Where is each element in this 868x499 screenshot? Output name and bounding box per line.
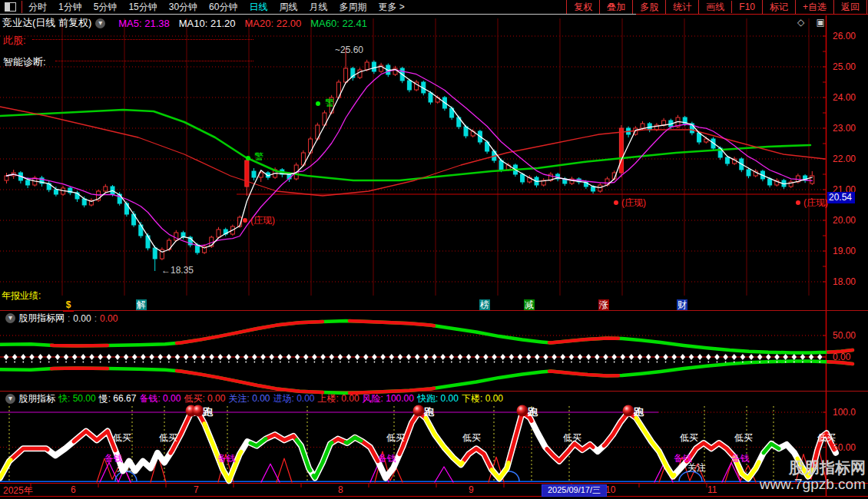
- period-item-15分钟[interactable]: 15分钟: [128, 1, 157, 14]
- action-item-复权[interactable]: 复权: [566, 0, 599, 15]
- panel3-tick-label: 50.00: [833, 442, 856, 453]
- action-item-返回[interactable]: 返回: [833, 0, 867, 15]
- low-buy-label: 低买: [159, 431, 177, 444]
- event-tag-榜[interactable]: 榜: [479, 299, 490, 310]
- indicator-value: 慢: 66.67: [99, 392, 137, 405]
- low-buy-label: 低买: [817, 431, 836, 444]
- indicator-value: 风险: 100.00: [363, 392, 414, 405]
- annotation: ←18.35: [161, 265, 194, 276]
- indicator-value: 关注: 0.00: [228, 392, 270, 405]
- annotation: (庄现): [250, 214, 275, 227]
- price-tick-label: 19.00: [833, 246, 856, 256]
- event-tag-解[interactable]: 解: [136, 299, 147, 310]
- action-item-+自选[interactable]: +自选: [795, 0, 833, 15]
- indicator-value: 快: 50.00: [58, 392, 96, 405]
- annual-report-label: 年报业绩:: [2, 289, 41, 302]
- ma-labels: MA5: 21.38MA10: 21.20MA20: 22.00MA60: 22…: [109, 18, 367, 29]
- panel3-title: 股朋指标: [18, 392, 55, 405]
- window-icon[interactable]: [5, 2, 16, 12]
- chart-corner-icons[interactable]: ◇ ▣: [797, 17, 830, 28]
- price-tick-label: 23.00: [833, 123, 856, 134]
- price-tick-label: 20.00: [833, 215, 856, 226]
- action-item-标记[interactable]: 标记: [762, 0, 795, 15]
- indicator-value: 上楼: 0.00: [318, 392, 359, 405]
- low-buy-label: 低买: [680, 431, 698, 444]
- guan-zhu-label: 关注: [687, 461, 706, 474]
- event-tag-$[interactable]: $: [63, 299, 74, 312]
- price-tick-label: 24.00: [833, 92, 856, 103]
- price-tick-label: 26.00: [833, 31, 856, 41]
- dotted-leader: [32, 39, 253, 40]
- month-label: 11: [707, 484, 717, 495]
- period-item-60分钟[interactable]: 60分钟: [209, 1, 237, 14]
- period-item-分时[interactable]: 分时: [28, 1, 47, 14]
- month-label: 9: [469, 484, 474, 495]
- watermark-brand: 股朋指标网: [789, 458, 866, 478]
- run-flag-label: 跑: [424, 405, 434, 419]
- month-label: 7: [194, 484, 199, 495]
- event-tag-财[interactable]: 财: [677, 299, 687, 310]
- cursor-date-box: 2025/09/17/三: [542, 484, 607, 497]
- bei-qian-label: 备钱: [378, 452, 396, 465]
- guan-zhu-label: 关注: [117, 461, 135, 474]
- action-item-画线[interactable]: 画线: [698, 0, 731, 15]
- period-item-日线[interactable]: 日线: [249, 1, 267, 14]
- event-tag-减[interactable]: 减: [524, 299, 535, 310]
- price-tick-label: 18.00: [833, 276, 856, 287]
- month-label: 8: [338, 484, 343, 495]
- period-menu: 分时1分钟5分钟15分钟30分钟60分钟日线周线月线多周期更多 >: [28, 1, 405, 14]
- period-item-5分钟[interactable]: 5分钟: [94, 1, 118, 14]
- period-item-多周期[interactable]: 多周期: [339, 1, 366, 14]
- indicator-value: 进场: 0.00: [273, 392, 315, 405]
- annotation: (庄现): [803, 197, 828, 210]
- annotation: (庄现): [621, 197, 646, 210]
- month-label: 6: [71, 484, 76, 495]
- indicator-value: 备钱: 0.00: [139, 392, 181, 405]
- collapse-icon[interactable]: ▾: [95, 18, 105, 28]
- toolbar-divider: [22, 1, 22, 13]
- action-item-F10[interactable]: F10: [731, 1, 762, 13]
- toolbar-underline-red: [636, 14, 868, 15]
- month-label: 2025年: [3, 484, 33, 497]
- low-buy-label: 低买: [462, 431, 481, 444]
- low-buy-label: 低买: [386, 431, 405, 444]
- low-buy-label: 低买: [563, 431, 581, 444]
- collapse-icon[interactable]: ▾: [5, 394, 15, 404]
- period-item-周线[interactable]: 周线: [279, 1, 297, 14]
- dotted-leader: [55, 61, 253, 61]
- run-flag-label: 跑: [634, 405, 644, 419]
- period-item-30分钟[interactable]: 30分钟: [169, 1, 197, 14]
- diagnosis-label: 智能诊断:: [3, 55, 46, 69]
- indicator-value: 快跑: 0.00: [417, 392, 459, 405]
- annotation: ~25.60: [335, 45, 363, 55]
- period-item-1分钟[interactable]: 1分钟: [58, 1, 82, 14]
- period-item-月线[interactable]: 月线: [309, 1, 327, 14]
- bei-qian-label: 备钱: [217, 452, 236, 465]
- stock-title: 竞业达(日线 前复权): [2, 16, 91, 30]
- panel2-title: 股朋指标网: [18, 312, 65, 325]
- indicator-value: 低买: 0.00: [184, 392, 225, 405]
- action-item-统计[interactable]: 统计: [665, 0, 698, 15]
- action-menu: 复权叠加多股统计画线F10标记+自选返回: [566, 0, 867, 14]
- panel3-tick-label: 100.0: [833, 407, 856, 418]
- period-toolbar: 分时1分钟5分钟15分钟30分钟60分钟日线周线月线多周期更多 > 复权叠加多股…: [0, 0, 868, 14]
- collapse-icon[interactable]: ▾: [5, 313, 15, 323]
- action-item-叠加[interactable]: 叠加: [599, 0, 632, 15]
- panel2-header: ▾ 股朋指标网 : 0.00 : 0.00: [2, 312, 121, 325]
- indicator-value: 下楼: 0.00: [462, 392, 503, 405]
- panel2-tick-label: 50.00: [833, 330, 856, 341]
- period-item-更多 >[interactable]: 更多 >: [378, 1, 404, 14]
- price-tick-label: 22.00: [833, 154, 856, 164]
- toolbar-underline: [0, 14, 636, 15]
- watermark-url: www.7gpzb.com: [760, 476, 866, 493]
- annotation: 警: [254, 150, 263, 164]
- action-item-多股[interactable]: 多股: [632, 0, 665, 15]
- ma-label: MA20: 22.00: [245, 18, 302, 29]
- chart-title-row: 竞业达(日线 前复权) ▾ MA5: 21.38MA10: 21.20MA20:…: [2, 16, 367, 30]
- panel2-value1: 0.00: [73, 313, 91, 324]
- event-tag-涨[interactable]: 涨: [598, 299, 609, 310]
- panel2-value2: 0.00: [100, 313, 118, 324]
- last-price-badge: 20.54: [827, 192, 855, 203]
- chart-canvas[interactable]: [0, 0, 868, 499]
- bei-qian-label: 备钱: [731, 452, 750, 465]
